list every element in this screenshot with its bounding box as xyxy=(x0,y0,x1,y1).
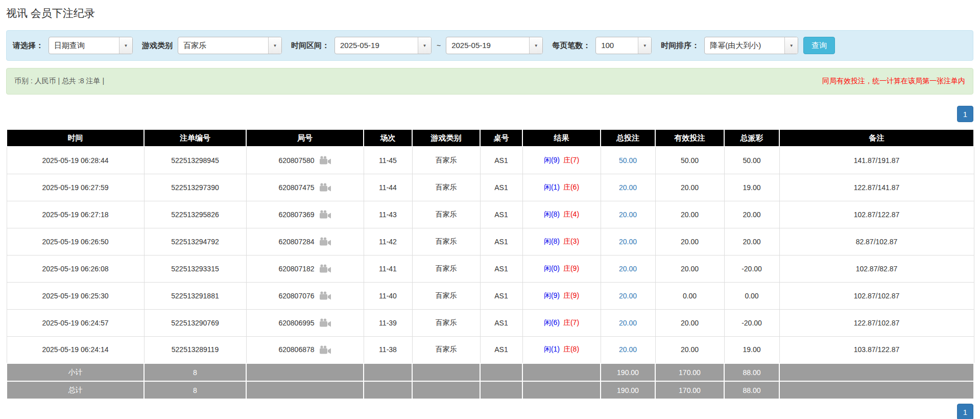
column-header: 游戏类别 xyxy=(412,129,480,147)
cell-time: 2025-05-19 06:24:14 xyxy=(7,336,144,363)
cell-game-type: 百家乐 xyxy=(412,309,480,336)
round-number: 620807475 xyxy=(278,183,314,192)
summary-cell xyxy=(412,381,480,399)
total-bet-link[interactable]: 20.00 xyxy=(619,211,637,219)
bet-records-table: 时间注单编号局号场次游戏类别桌号结果总投注有效投注总派彩备注 2025-05-1… xyxy=(6,129,974,400)
total-bet-link[interactable]: 50.00 xyxy=(619,156,637,165)
total-bet-link[interactable]: 20.00 xyxy=(619,183,637,192)
query-button[interactable]: 查询 xyxy=(803,37,835,54)
cell-round: 620807182 xyxy=(246,255,364,282)
column-header: 场次 xyxy=(364,129,412,147)
video-icon[interactable] xyxy=(319,291,331,300)
game-type-value: 百家乐 xyxy=(178,37,268,54)
chevron-down-icon[interactable]: ▼ xyxy=(784,37,798,54)
cell-remark: 102.87/102.87 xyxy=(779,282,974,309)
total-bet-link[interactable]: 20.00 xyxy=(619,265,637,273)
video-icon[interactable] xyxy=(319,156,331,165)
result-banker: 庄(8) xyxy=(563,345,579,353)
chevron-down-icon[interactable]: ▼ xyxy=(268,37,281,54)
video-icon[interactable] xyxy=(319,264,331,273)
total-bet-link[interactable]: 20.00 xyxy=(619,345,637,354)
cell-bet-id: 522513293315 xyxy=(144,255,246,282)
date-from-select[interactable]: 2025-05-19 ▼ xyxy=(334,37,432,54)
video-icon[interactable] xyxy=(319,210,331,219)
cell-total-bet: 20.00 xyxy=(601,174,655,201)
cell-payout: 20.00 xyxy=(724,201,779,228)
column-header: 总派彩 xyxy=(724,129,779,147)
page-1-button[interactable]: 1 xyxy=(957,106,973,122)
video-icon[interactable] xyxy=(319,318,331,327)
filter-bar: 请选择： 日期查询 ▼ 游戏类别 百家乐 ▼ 时间区间： 2025-05-19 … xyxy=(6,30,973,61)
cell-round: 620807284 xyxy=(246,228,364,255)
cell-session: 11-45 xyxy=(364,147,412,174)
cell-remark: 141.87/191.87 xyxy=(779,147,974,174)
cell-bet-id: 522513289119 xyxy=(144,336,246,363)
cell-bet-id: 522513298945 xyxy=(144,147,246,174)
summary-row: 小计8190.00170.0088.00 xyxy=(7,363,974,381)
page-size-select[interactable]: 100 ▼ xyxy=(595,37,652,54)
column-header: 注单编号 xyxy=(144,129,246,147)
result-player: 闲(1) xyxy=(544,345,560,353)
date-to-select[interactable]: 2025-05-19 ▼ xyxy=(446,37,543,54)
table-row: 2025-05-19 06:27:18 522513295826 6208073… xyxy=(7,201,974,228)
video-icon[interactable] xyxy=(319,237,331,246)
cell-payout: -20.00 xyxy=(724,309,779,336)
cell-valid-bet: 20.00 xyxy=(655,309,724,336)
round-number: 620807076 xyxy=(278,292,314,300)
cell-session: 11-42 xyxy=(364,228,412,255)
table-row: 2025-05-19 06:24:14 522513289119 6208068… xyxy=(7,336,974,363)
total-bet-link[interactable]: 20.00 xyxy=(619,319,637,327)
cell-time: 2025-05-19 06:27:18 xyxy=(7,201,144,228)
total-bet-link[interactable]: 20.00 xyxy=(619,292,637,300)
chevron-down-icon[interactable]: ▼ xyxy=(418,37,431,54)
video-icon[interactable] xyxy=(319,183,331,192)
summary-row: 总计8190.00170.0088.00 xyxy=(7,381,974,399)
cell-table-no: AS1 xyxy=(480,228,522,255)
sort-select[interactable]: 降幂(由大到小) ▼ xyxy=(704,37,798,54)
table-row: 2025-05-19 06:28:44 522513298945 6208075… xyxy=(7,147,974,174)
result-banker: 庄(3) xyxy=(563,237,579,245)
column-header: 有效投注 xyxy=(655,129,724,147)
chevron-down-icon[interactable]: ▼ xyxy=(529,37,542,54)
cell-valid-bet: 50.00 xyxy=(655,147,724,174)
chevron-down-icon[interactable]: ▼ xyxy=(638,37,651,54)
pagination-top: 1 xyxy=(6,106,973,122)
summary-cell xyxy=(779,381,974,399)
cell-total-bet: 20.00 xyxy=(601,255,655,282)
cell-result: 闲(8) 庄(3) xyxy=(522,228,601,255)
result-banker: 庄(4) xyxy=(563,210,579,218)
cell-result: 闲(9) 庄(9) xyxy=(522,282,601,309)
table-footer: 小计8190.00170.0088.00总计8190.00170.0088.00 xyxy=(7,363,974,399)
cell-round: 620806995 xyxy=(246,309,364,336)
sort-label: 时间排序： xyxy=(661,41,699,51)
page-container: 视讯 会员下注纪录 请选择： 日期查询 ▼ 游戏类别 百家乐 ▼ 时间区间： 2… xyxy=(0,7,980,419)
game-type-select[interactable]: 百家乐 ▼ xyxy=(178,37,282,54)
cell-session: 11-38 xyxy=(364,336,412,363)
range-separator: ~ xyxy=(437,41,441,50)
cell-total-bet: 20.00 xyxy=(601,228,655,255)
summary-cell xyxy=(412,363,480,381)
result-player: 闲(9) xyxy=(544,291,560,299)
summary-cell xyxy=(480,363,522,381)
summary-cell xyxy=(779,363,974,381)
cell-result: 闲(8) 庄(4) xyxy=(522,201,601,228)
table-row: 2025-05-19 06:26:08 522513293315 6208071… xyxy=(7,255,974,282)
cell-bet-id: 522513297390 xyxy=(144,174,246,201)
page-size-value: 100 xyxy=(596,37,638,54)
cell-table-no: AS1 xyxy=(480,201,522,228)
page-size-label: 每页笔数： xyxy=(552,41,590,51)
cell-result: 闲(0) 庄(9) xyxy=(522,255,601,282)
cell-result: 闲(6) 庄(7) xyxy=(522,309,601,336)
chevron-down-icon[interactable]: ▼ xyxy=(119,37,132,54)
cell-game-type: 百家乐 xyxy=(412,174,480,201)
video-icon[interactable] xyxy=(319,345,331,354)
cell-round: 620807580 xyxy=(246,147,364,174)
total-bet-link[interactable]: 20.00 xyxy=(619,238,637,246)
page-1-button[interactable]: 1 xyxy=(957,404,973,419)
cell-time: 2025-05-19 06:27:59 xyxy=(7,174,144,201)
query-type-select[interactable]: 日期查询 ▼ xyxy=(49,37,133,54)
cell-payout: 50.00 xyxy=(724,147,779,174)
cell-remark: 103.87/122.87 xyxy=(779,336,974,363)
cell-total-bet: 50.00 xyxy=(601,147,655,174)
cell-round: 620806878 xyxy=(246,336,364,363)
